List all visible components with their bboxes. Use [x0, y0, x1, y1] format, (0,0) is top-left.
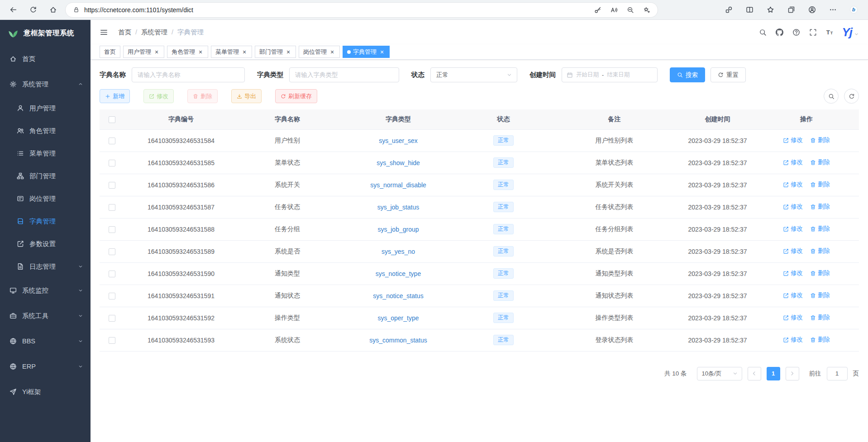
- breadcrumb-item[interactable]: 系统管理: [141, 28, 167, 37]
- bing-button[interactable]: b: [845, 2, 862, 18]
- row-delete-link[interactable]: 删除: [810, 203, 830, 211]
- row-edit-link[interactable]: 修改: [783, 291, 803, 299]
- row-edit-link[interactable]: 修改: [783, 136, 803, 144]
- sidebar-item-user[interactable]: 用户管理: [0, 97, 91, 119]
- close-icon[interactable]: ×: [241, 49, 248, 55]
- sidebar-item-log[interactable]: 日志管理: [0, 255, 91, 278]
- back-button[interactable]: [5, 2, 22, 18]
- refresh-tool-button[interactable]: [844, 89, 859, 104]
- dict-type-link[interactable]: sys_notice_type: [376, 270, 421, 277]
- dict-type-link[interactable]: sys_notice_status: [373, 292, 423, 299]
- page-size-select[interactable]: 10条/页: [697, 367, 742, 380]
- row-delete-link[interactable]: 删除: [810, 136, 830, 144]
- goto-page-input[interactable]: [827, 367, 848, 380]
- search-tool-button[interactable]: [824, 89, 839, 104]
- row-edit-link[interactable]: 修改: [783, 269, 803, 277]
- search-button[interactable]: [759, 29, 767, 36]
- reload-button[interactable]: [24, 2, 42, 18]
- shapes-button[interactable]: [720, 2, 737, 18]
- dict-type-link[interactable]: sys_oper_type: [377, 314, 419, 322]
- row-checkbox[interactable]: [109, 160, 115, 166]
- tab-字典管理[interactable]: 字典管理×: [343, 46, 390, 58]
- favorites-star-button[interactable]: [762, 2, 778, 18]
- row-checkbox[interactable]: [109, 315, 115, 322]
- more-button[interactable]: [825, 2, 841, 18]
- row-edit-link[interactable]: 修改: [783, 158, 803, 166]
- tab-用户管理[interactable]: 用户管理×: [123, 46, 164, 58]
- edit-button[interactable]: 修改: [143, 89, 174, 103]
- question-button[interactable]: [792, 29, 800, 36]
- search-button[interactable]: 搜索: [670, 67, 705, 82]
- sidebar-item-post[interactable]: 岗位管理: [0, 187, 91, 210]
- dict-type-link[interactable]: sys_job_status: [377, 204, 420, 211]
- tab-角色管理[interactable]: 角色管理×: [167, 46, 208, 58]
- dict-type-link[interactable]: sys_common_status: [369, 337, 427, 344]
- sidebar-item-tool[interactable]: 系统工具: [0, 303, 91, 328]
- row-edit-link[interactable]: 修改: [783, 314, 803, 322]
- dict-type-link[interactable]: sys_normal_disable: [370, 181, 426, 189]
- close-icon[interactable]: ×: [329, 49, 335, 55]
- prev-page-button[interactable]: [748, 367, 761, 380]
- sidebar-item-system[interactable]: 系统管理: [0, 71, 91, 97]
- hamburger-icon[interactable]: [100, 28, 108, 37]
- tab-岗位管理[interactable]: 岗位管理×: [299, 46, 340, 58]
- yi-logo[interactable]: Yj: [842, 25, 852, 39]
- breadcrumb-item[interactable]: 首页: [118, 28, 131, 37]
- font-size-button[interactable]: TT: [826, 29, 834, 36]
- row-delete-link[interactable]: 删除: [810, 269, 830, 277]
- select-all-checkbox[interactable]: [109, 116, 115, 123]
- sidebar-item-home[interactable]: 首页: [0, 46, 91, 71]
- row-checkbox[interactable]: [109, 271, 115, 277]
- date-range-picker[interactable]: 开始日期 - 结束日期: [562, 67, 658, 82]
- row-edit-link[interactable]: 修改: [783, 203, 803, 211]
- row-checkbox[interactable]: [109, 204, 115, 211]
- zoom-out-button[interactable]: [627, 6, 634, 14]
- row-checkbox[interactable]: [109, 337, 115, 344]
- star-add-button[interactable]: [643, 6, 650, 14]
- close-icon[interactable]: ×: [379, 49, 385, 55]
- dict-name-input[interactable]: [132, 67, 245, 82]
- key-button[interactable]: [594, 6, 601, 14]
- sidebar-item-dict[interactable]: 字典管理: [0, 210, 91, 233]
- row-checkbox[interactable]: [109, 182, 115, 189]
- add-button[interactable]: 新增: [100, 89, 130, 103]
- home-button[interactable]: [44, 2, 62, 18]
- address-bar[interactable]: https://ccnetcore.com:1101/system/dict: [65, 2, 658, 18]
- row-delete-link[interactable]: 删除: [810, 225, 830, 233]
- tab-菜单管理[interactable]: 菜单管理×: [211, 46, 252, 58]
- github-button[interactable]: [776, 29, 783, 36]
- close-icon[interactable]: ×: [153, 49, 160, 55]
- sidebar-item-bbs[interactable]: BBS: [0, 328, 91, 354]
- sidebar-item-monitor[interactable]: 系统监控: [0, 278, 91, 303]
- row-checkbox[interactable]: [109, 248, 115, 255]
- sidebar-item-erp[interactable]: ERP: [0, 354, 91, 379]
- row-delete-link[interactable]: 删除: [810, 336, 830, 344]
- split-screen-button[interactable]: [741, 2, 758, 18]
- sidebar-item-config[interactable]: 参数设置: [0, 233, 91, 255]
- row-checkbox[interactable]: [109, 293, 115, 299]
- fullscreen-button[interactable]: [809, 29, 817, 36]
- sidebar-item-yi[interactable]: Yi框架: [0, 379, 91, 404]
- tab-部门管理[interactable]: 部门管理×: [255, 46, 296, 58]
- next-page-button[interactable]: [786, 367, 799, 380]
- row-delete-link[interactable]: 删除: [810, 158, 830, 166]
- delete-button[interactable]: 删除: [187, 89, 218, 103]
- status-select[interactable]: 正常: [430, 67, 517, 82]
- reset-button[interactable]: 重置: [711, 67, 746, 82]
- dict-type-link[interactable]: sys_user_sex: [379, 137, 418, 144]
- read-aloud-button[interactable]: [610, 6, 618, 14]
- row-checkbox[interactable]: [109, 138, 115, 144]
- dict-type-input[interactable]: [289, 67, 399, 82]
- sidebar-item-role[interactable]: 角色管理: [0, 119, 91, 142]
- sidebar-item-dept[interactable]: 部门管理: [0, 165, 91, 187]
- export-button[interactable]: 导出: [231, 89, 262, 103]
- row-edit-link[interactable]: 修改: [783, 247, 803, 255]
- sidebar-item-menu[interactable]: 菜单管理: [0, 142, 91, 165]
- dict-type-link[interactable]: sys_show_hide: [377, 159, 420, 166]
- row-delete-link[interactable]: 删除: [810, 314, 830, 322]
- row-checkbox[interactable]: [109, 226, 115, 233]
- row-delete-link[interactable]: 删除: [810, 247, 830, 255]
- collections-button[interactable]: [783, 2, 799, 18]
- row-edit-link[interactable]: 修改: [783, 181, 803, 189]
- row-edit-link[interactable]: 修改: [783, 225, 803, 233]
